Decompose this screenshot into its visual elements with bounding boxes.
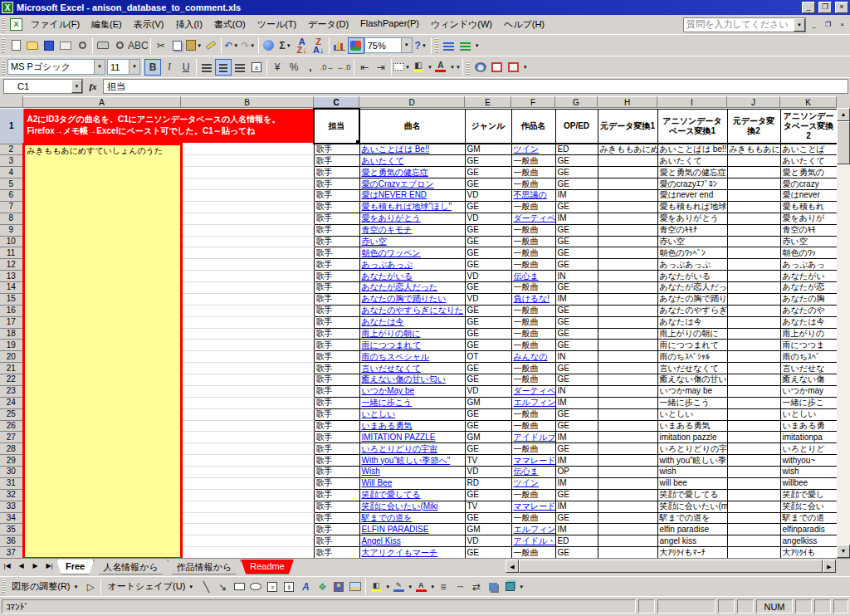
cell-b[interactable] bbox=[181, 432, 314, 443]
cell-b[interactable] bbox=[181, 489, 314, 501]
cell-tantou[interactable]: 歌手 bbox=[314, 408, 359, 420]
cell-src-conv1[interactable] bbox=[598, 305, 657, 316]
cell-anison-conv1[interactable]: あっぷあっぷ bbox=[657, 259, 727, 271]
row-header-12[interactable]: 12 bbox=[0, 259, 23, 271]
cell-src-conv2[interactable] bbox=[727, 328, 780, 340]
cell-src-conv1[interactable] bbox=[598, 535, 657, 547]
cell-oped[interactable]: GE bbox=[555, 247, 598, 259]
column-header-F[interactable]: F bbox=[511, 96, 555, 108]
row-header-23[interactable]: 23 bbox=[0, 385, 23, 397]
sheet-tab-Free[interactable]: Free bbox=[56, 560, 94, 574]
cell-oped[interactable]: GE bbox=[555, 340, 598, 351]
cell-src-conv2[interactable] bbox=[727, 282, 780, 294]
cell-anison-conv1[interactable]: あいたくて bbox=[657, 155, 727, 167]
new-button[interactable] bbox=[7, 37, 24, 54]
cell-work[interactable]: みんなの bbox=[511, 351, 555, 363]
cell-song-title[interactable]: いとしい bbox=[359, 408, 465, 420]
cell-anison-conv1[interactable]: あなたの胸で踊りたい bbox=[657, 293, 727, 305]
cut-button[interactable]: ✂ bbox=[153, 37, 169, 54]
formatting-toolbar-grip[interactable] bbox=[2, 60, 6, 75]
cell-work[interactable]: ママレード bbox=[511, 455, 555, 467]
row-header-22[interactable]: 22 bbox=[0, 374, 23, 386]
cell-oped[interactable]: IM bbox=[555, 213, 598, 224]
row-header-24[interactable]: 24 bbox=[0, 397, 23, 408]
header-cell-8[interactable]: アニソンデータベース変換2 bbox=[780, 109, 837, 144]
cell-tantou[interactable]: 歌手 bbox=[314, 443, 359, 455]
cell-oped[interactable]: GE bbox=[555, 236, 598, 247]
cell-tantou[interactable]: 歌手 bbox=[314, 351, 359, 363]
cell-src-conv2[interactable] bbox=[727, 455, 780, 467]
cell-genre[interactable]: OT bbox=[465, 351, 511, 363]
question-input[interactable]: 質問を入力してください ▼ bbox=[683, 17, 806, 32]
undo-button[interactable]: ↶▼ bbox=[223, 37, 240, 54]
cell-work[interactable]: 一般曲 bbox=[511, 167, 555, 178]
cell-anison-conv1[interactable]: 愛のcrazyｴﾌﾟﾛﾝ bbox=[657, 178, 727, 190]
column-header-A[interactable]: A bbox=[23, 96, 181, 108]
oval-icon[interactable] bbox=[247, 579, 264, 595]
cell-src-conv2[interactable] bbox=[727, 190, 780, 202]
drawing-options-icon[interactable]: ▼ bbox=[519, 584, 524, 589]
cell-src-conv2[interactable] bbox=[727, 213, 780, 224]
cell-tantou[interactable]: 歌手 bbox=[314, 201, 359, 213]
cell-anison-conv2[interactable]: 愛も積もれ bbox=[780, 201, 837, 213]
menu-item-0[interactable]: ファイル(F) bbox=[25, 15, 85, 34]
sheet-tab-作品情報から[interactable]: 作品情報から bbox=[168, 560, 242, 574]
cell-anison-conv1[interactable]: 大ｱﾘｸｲもﾏｰﾁ bbox=[657, 547, 727, 558]
cell-b[interactable] bbox=[181, 420, 314, 432]
cell-genre[interactable]: GE bbox=[465, 236, 511, 247]
cell-tantou[interactable]: 歌手 bbox=[314, 455, 359, 467]
cell-tantou[interactable]: 歌手 bbox=[314, 340, 359, 351]
cell-oped[interactable]: GE bbox=[555, 201, 598, 213]
cell-work[interactable]: 一般曲 bbox=[511, 408, 555, 420]
cell-oped[interactable]: GE bbox=[555, 282, 598, 294]
cell-b[interactable] bbox=[181, 535, 314, 547]
row-header-19[interactable]: 19 bbox=[0, 340, 23, 351]
cell-work[interactable]: 一般曲 bbox=[511, 374, 555, 386]
cell-oped[interactable]: GE bbox=[555, 328, 598, 340]
cell-song-title[interactable]: 言いだせなくて bbox=[359, 363, 465, 374]
cell-genre[interactable]: RD bbox=[465, 477, 511, 489]
cell-anison-conv2[interactable]: 赤い空 bbox=[780, 236, 837, 247]
cell-genre[interactable]: GE bbox=[465, 374, 511, 386]
cell-src-conv2[interactable] bbox=[727, 201, 780, 213]
cell-anison-conv2[interactable]: あっぷあっ bbox=[780, 259, 837, 271]
cell-work[interactable]: エルフィン bbox=[511, 524, 555, 535]
cell-b[interactable] bbox=[181, 201, 314, 213]
header-cell-7[interactable]: 元データ変換2 bbox=[727, 109, 780, 144]
cell-song-title[interactable]: あなたは今 bbox=[359, 316, 465, 328]
cell-anison-conv1[interactable]: 雨上がりの朝に bbox=[657, 328, 727, 340]
workbook-close-button[interactable]: × bbox=[836, 19, 848, 30]
header-cell-5[interactable]: 元データ変換1 bbox=[598, 109, 657, 144]
cell-src-conv1[interactable] bbox=[598, 178, 657, 190]
cell-anison-conv1[interactable]: 愛をありがとう bbox=[657, 213, 727, 224]
cell-work[interactable]: 一般曲 bbox=[511, 328, 555, 340]
cell-tantou[interactable]: 歌手 bbox=[314, 489, 359, 501]
cell-work[interactable]: エルフィン bbox=[511, 397, 555, 408]
horizontal-scroll-thumb[interactable] bbox=[519, 560, 823, 573]
cell-tantou[interactable]: 歌手 bbox=[314, 385, 359, 397]
cell-oped[interactable]: GE bbox=[555, 363, 598, 374]
scroll-left-icon[interactable]: ◀ bbox=[506, 560, 519, 573]
cell-anison-conv2[interactable]: 雨のちｽﾍﾟ bbox=[780, 351, 837, 363]
camera-round-icon[interactable] bbox=[472, 59, 489, 76]
cell-src-conv2[interactable] bbox=[727, 236, 780, 247]
cell-anison-conv2[interactable]: いまある勇 bbox=[780, 420, 837, 432]
align-left-button[interactable] bbox=[198, 59, 215, 76]
cell-oped[interactable]: GE bbox=[555, 155, 598, 167]
cell-genre[interactable]: VD bbox=[465, 190, 511, 202]
cell-src-conv1[interactable] bbox=[598, 167, 657, 178]
cell-genre[interactable]: GM bbox=[465, 144, 511, 155]
cell-anison-conv2[interactable]: 笑顔に会い bbox=[780, 501, 837, 512]
menu-item-8[interactable]: ウィンドウ(W) bbox=[425, 15, 498, 34]
menu-item-9[interactable]: ヘルプ(H) bbox=[498, 15, 550, 34]
cell-song-title[interactable]: あなたが恋人だった bbox=[359, 282, 465, 294]
cell-work[interactable]: 一般曲 bbox=[511, 316, 555, 328]
cell-src-conv1[interactable] bbox=[598, 374, 657, 386]
vertical-scroll-thumb[interactable] bbox=[837, 121, 850, 164]
cell-tantou[interactable]: 歌手 bbox=[314, 477, 359, 489]
cell-src-conv1[interactable] bbox=[598, 236, 657, 247]
drawing-toolbar-toggle-button[interactable] bbox=[348, 37, 364, 54]
standard-toolbar-grip[interactable] bbox=[2, 38, 6, 53]
cell-src-conv2[interactable] bbox=[727, 305, 780, 316]
cell-work[interactable]: 一般曲 bbox=[511, 178, 555, 190]
